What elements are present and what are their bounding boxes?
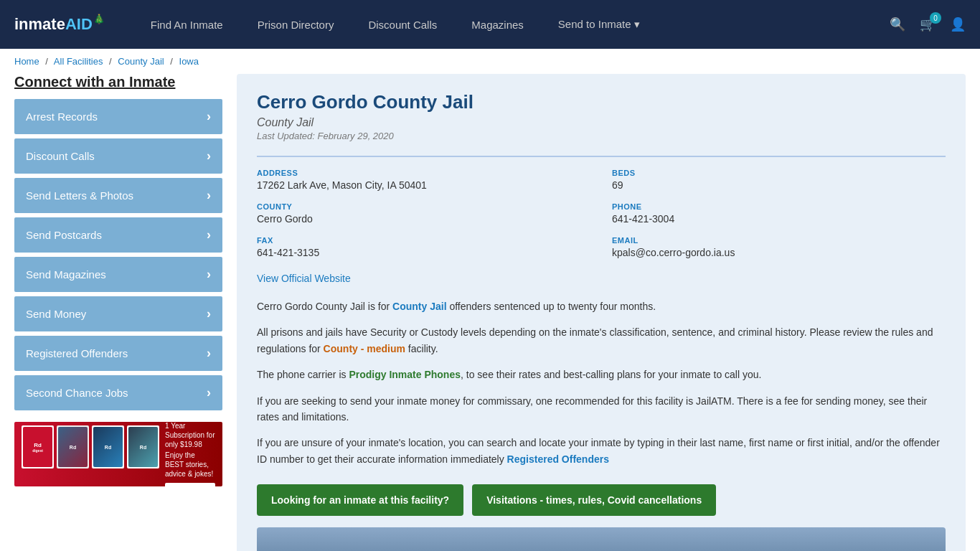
sidebar: Connect with an Inmate Arrest Records › … (14, 74, 222, 551)
sidebar-item-send-postcards[interactable]: Send Postcards › (14, 217, 222, 253)
navbar: inmate AID 🎄 Find An Inmate Prison Direc… (0, 0, 980, 49)
info-grid: ADDRESS 17262 Lark Ave, Mason City, IA 5… (257, 169, 946, 258)
ad-cover-3: Rd (92, 425, 124, 468)
sidebar-item-label: Send Magazines (26, 268, 106, 281)
sidebar-item-label: Discount Calls (26, 150, 95, 162)
nav-find-inmate[interactable]: Find An Inmate (133, 0, 240, 49)
email-field: EMAIL kpals@co.cerro-gordo.ia.us (612, 236, 946, 258)
breadcrumb-all-facilities[interactable]: All Facilities (54, 56, 103, 67)
chevron-right-icon: › (207, 149, 211, 164)
beds-field: BEDS 69 (612, 169, 946, 191)
nav-discount-calls[interactable]: Discount Calls (351, 0, 454, 49)
divider (257, 156, 946, 157)
fax-label: FAX (257, 236, 590, 245)
address-field: ADDRESS 17262 Lark Ave, Mason City, IA 5… (257, 169, 590, 191)
county-jail-link[interactable]: County Jail (392, 301, 446, 312)
chevron-right-icon: › (207, 188, 211, 203)
sidebar-item-send-money[interactable]: Send Money › (14, 296, 222, 331)
breadcrumb-home[interactable]: Home (14, 56, 39, 67)
sidebar-item-label: Send Money (26, 308, 86, 320)
sidebar-item-label: Send Letters & Photos (26, 189, 133, 202)
sidebar-item-send-letters-photos[interactable]: Send Letters & Photos › (14, 178, 222, 213)
nav-prison-directory[interactable]: Prison Directory (240, 0, 352, 49)
facility-image-strip (257, 527, 946, 551)
nav-send-to-inmate[interactable]: Send to Inmate ▾ (541, 0, 657, 49)
sidebar-item-registered-offenders[interactable]: Registered Offenders › (14, 336, 222, 371)
fax-field: FAX 641-421-3135 (257, 236, 590, 258)
breadcrumb-sep-3: / (170, 56, 173, 67)
sidebar-item-discount-calls[interactable]: Discount Calls › (14, 138, 222, 174)
sidebar-item-label: Registered Offenders (26, 347, 128, 359)
ad-cover-4: Rd (127, 425, 159, 468)
description-p1: Cerro Gordo County Jail is for County Ja… (257, 298, 946, 314)
facility-type: County Jail (257, 116, 946, 129)
chevron-right-icon: › (207, 346, 211, 361)
phone-field: PHONE 641-421-3004 (612, 202, 946, 225)
email-label: EMAIL (612, 236, 946, 245)
address-value: 17262 Lark Ave, Mason City, IA 50401 (257, 179, 590, 191)
action-buttons: Looking for an inmate at this facility? … (257, 484, 946, 516)
county-medium-link[interactable]: County - medium (324, 343, 405, 354)
breadcrumb-county-jail[interactable]: County Jail (118, 56, 164, 67)
ad-line2: Enjoy the BEST stories, advice & jokes! (165, 451, 215, 479)
ad-line1: 1 Year Subscription for only $19.98 (165, 422, 215, 449)
chevron-right-icon: › (207, 385, 211, 400)
fax-value: 641-421-3135 (257, 247, 590, 258)
breadcrumb-sep-2: / (109, 56, 112, 67)
sidebar-ad: Rd digest Rd Rd Rd (14, 422, 222, 486)
last-updated: Last Updated: February 29, 2020 (257, 131, 946, 141)
breadcrumb-state[interactable]: Iowa (179, 56, 199, 67)
county-value: Cerro Gordo (257, 213, 590, 225)
chevron-right-icon: › (207, 109, 211, 124)
registered-offenders-link[interactable]: Registered Offenders (507, 453, 609, 465)
cart-badge: 0 (930, 12, 941, 24)
county-field: COUNTY Cerro Gordo (257, 202, 590, 225)
sidebar-title: Connect with an Inmate (14, 74, 222, 90)
sidebar-item-second-chance-jobs[interactable]: Second Chance Jobs › (14, 375, 222, 410)
find-inmate-button[interactable]: Looking for an inmate at this facility? (257, 484, 463, 516)
ad-subscribe-button[interactable]: Subscribe Now (165, 483, 215, 487)
prodigy-phones-link[interactable]: Prodigy Inmate Phones (349, 369, 461, 380)
visitations-button[interactable]: Visitations - times, rules, Covid cancel… (472, 484, 716, 516)
chevron-right-icon: › (207, 306, 211, 321)
breadcrumb-sep-1: / (45, 56, 48, 67)
sidebar-item-send-magazines[interactable]: Send Magazines › (14, 257, 222, 292)
description-p2: All prisons and jails have Security or C… (257, 324, 946, 357)
nav-right-icons: 🔍 🛒 0 👤 (890, 17, 966, 32)
chevron-right-icon: › (207, 227, 211, 242)
official-website-link[interactable]: View Official Website (257, 273, 351, 284)
beds-value: 69 (612, 179, 946, 191)
address-label: ADDRESS (257, 169, 590, 177)
ad-text-block: Rd 1 Year Subscription for only $19.98 E… (165, 422, 215, 486)
description-section: Cerro Gordo County Jail is for County Ja… (257, 298, 946, 467)
cart-wrapper[interactable]: 🛒 0 (920, 17, 936, 32)
sidebar-item-label: Arrest Records (26, 110, 98, 123)
email-value: kpals@co.cerro-gordo.ia.us (612, 247, 946, 258)
sidebar-item-arrest-records[interactable]: Arrest Records › (14, 99, 222, 134)
ad-cover-1: Rd digest (22, 425, 54, 468)
description-p3: The phone carrier is Prodigy Inmate Phon… (257, 367, 946, 382)
ad-magazine-covers: Rd digest Rd Rd Rd (22, 425, 159, 483)
phone-value: 641-421-3004 (612, 213, 946, 225)
nav-links: Find An Inmate Prison Directory Discount… (133, 0, 890, 49)
nav-magazines[interactable]: Magazines (454, 0, 541, 49)
logo[interactable]: inmate AID 🎄 (14, 15, 105, 34)
ad-cover-2: Rd (57, 425, 89, 468)
breadcrumb: Home / All Facilities / County Jail / Io… (0, 49, 980, 74)
facility-content: Cerro Gordo County Jail County Jail Last… (237, 74, 966, 551)
user-icon[interactable]: 👤 (950, 17, 966, 32)
description-p5: If you are unsure of your inmate's locat… (257, 435, 946, 467)
sidebar-item-label: Second Chance Jobs (26, 387, 128, 399)
chevron-right-icon: › (207, 267, 211, 282)
facility-name: Cerro Gordo County Jail (257, 91, 946, 113)
search-icon[interactable]: 🔍 (890, 17, 905, 32)
beds-label: BEDS (612, 169, 946, 177)
main-container: Connect with an Inmate Arrest Records › … (0, 74, 980, 551)
phone-label: PHONE (612, 202, 946, 211)
description-p4: If you are seeking to send your inmate m… (257, 393, 946, 425)
county-label: COUNTY (257, 202, 590, 211)
sidebar-item-label: Send Postcards (26, 229, 102, 241)
